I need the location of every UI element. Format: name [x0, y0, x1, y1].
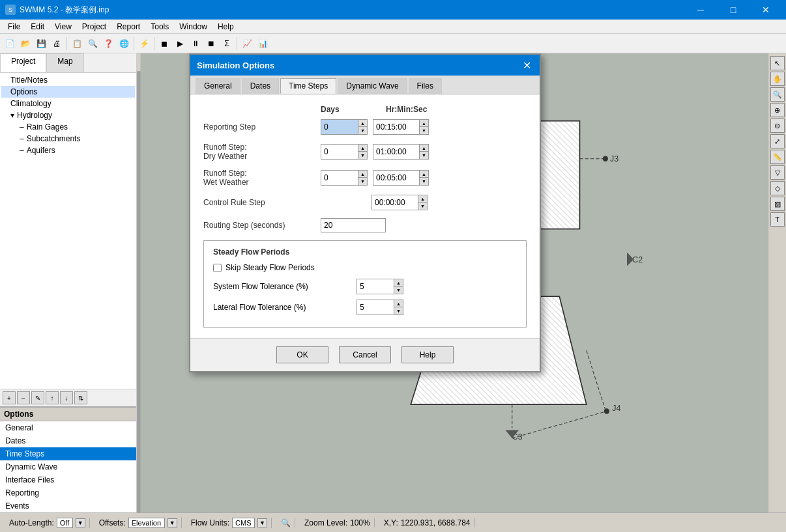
- auto-length-dropdown-btn[interactable]: ▼: [76, 518, 85, 527]
- flow-units-dropdown-btn[interactable]: ▼: [257, 518, 267, 527]
- skip-steady-label[interactable]: Skip Steady Flow Periods: [226, 263, 315, 272]
- reporting-days-input[interactable]: [321, 120, 358, 134]
- tool-triangle[interactable]: ▽: [770, 165, 785, 180]
- toolbar-b7[interactable]: 📊: [255, 36, 270, 51]
- reporting-days-up[interactable]: ▲: [358, 120, 367, 127]
- runoff-wet-time-wrapper[interactable]: ▲ ▼: [373, 170, 429, 186]
- runoff-dry-time-input[interactable]: [373, 145, 419, 159]
- runoff-wet-time-up[interactable]: ▲: [419, 171, 428, 178]
- help-button[interactable]: Help: [401, 346, 454, 363]
- reporting-days-spinner[interactable]: ▲ ▼: [321, 119, 368, 135]
- small-remove-btn[interactable]: −: [17, 391, 30, 404]
- toolbar-b5[interactable]: Σ: [220, 36, 234, 51]
- toolbar-open[interactable]: 📂: [18, 36, 33, 51]
- tab-files[interactable]: Files: [409, 78, 442, 94]
- flow-units-select[interactable]: CMS CFS: [232, 518, 255, 528]
- runoff-dry-days-down[interactable]: ▼: [358, 152, 367, 159]
- lateral-flow-up[interactable]: ▲: [394, 300, 403, 307]
- toolbar-b1[interactable]: ◼: [157, 36, 171, 51]
- control-rule-time-input[interactable]: [372, 195, 418, 210]
- tab-project[interactable]: Project: [0, 53, 46, 72]
- tab-time-steps[interactable]: Time Steps: [280, 78, 336, 94]
- toolbar-run[interactable]: ⚡: [137, 36, 151, 51]
- tool-zoom-in2[interactable]: ⊕: [770, 103, 785, 117]
- runoff-wet-days-down[interactable]: ▼: [358, 178, 367, 185]
- option-reporting[interactable]: Reporting: [0, 486, 136, 499]
- option-interface-files[interactable]: Interface Files: [0, 473, 136, 486]
- system-flow-spinner[interactable]: ▲ ▼: [357, 279, 403, 294]
- tree-title-notes[interactable]: Title/Notes: [1, 74, 135, 86]
- offsets-select[interactable]: Elevation Depth: [128, 518, 165, 528]
- tree-options[interactable]: Options: [1, 86, 135, 98]
- control-rule-time-wrapper[interactable]: ▲ ▼: [371, 195, 428, 210]
- toolbar-b2[interactable]: ▶: [173, 36, 187, 51]
- runoff-dry-time-wrapper[interactable]: ▲ ▼: [373, 144, 429, 160]
- minimize-button[interactable]: ─: [686, 0, 716, 20]
- reporting-time-down[interactable]: ▼: [419, 127, 428, 134]
- tool-full-extent[interactable]: ⤢: [770, 134, 785, 148]
- toolbar-help[interactable]: ❓: [101, 36, 115, 51]
- runoff-dry-time-up[interactable]: ▲: [419, 145, 428, 152]
- system-flow-input[interactable]: [357, 279, 394, 294]
- ok-button[interactable]: OK: [276, 346, 328, 363]
- reporting-days-down[interactable]: ▼: [358, 127, 367, 134]
- toolbar-print[interactable]: 🖨: [50, 36, 64, 51]
- option-time-steps[interactable]: Time Steps: [0, 447, 136, 460]
- routing-step-input[interactable]: [321, 218, 386, 232]
- app-close-button[interactable]: ✕: [751, 0, 781, 20]
- toolbar-globe[interactable]: 🌐: [117, 36, 131, 51]
- menu-help[interactable]: Help: [212, 21, 239, 33]
- control-rule-time-down[interactable]: ▼: [418, 203, 427, 210]
- runoff-dry-time-down[interactable]: ▼: [419, 152, 428, 159]
- tree-climatology[interactable]: Climatology: [1, 98, 135, 109]
- toolbar-find[interactable]: 🔍: [85, 36, 100, 51]
- runoff-dry-days-spinner[interactable]: ▲ ▼: [321, 144, 368, 160]
- maximize-button[interactable]: □: [718, 0, 748, 20]
- auto-length-select[interactable]: Off On: [57, 518, 73, 528]
- menu-edit[interactable]: Edit: [25, 21, 50, 33]
- tool-pan[interactable]: ✋: [770, 72, 785, 86]
- reporting-time-up[interactable]: ▲: [419, 120, 428, 127]
- offsets-dropdown-btn[interactable]: ▼: [167, 518, 177, 527]
- tool-diamond[interactable]: ◇: [770, 181, 785, 195]
- tool-measure[interactable]: 📏: [770, 150, 785, 164]
- tool-zoom-in[interactable]: 🔍: [770, 87, 785, 102]
- tab-map[interactable]: Map: [46, 53, 83, 72]
- tree-subcatchments[interactable]: – Subcatchments: [1, 133, 135, 145]
- runoff-wet-days-spinner[interactable]: ▲ ▼: [321, 170, 368, 186]
- lateral-flow-down[interactable]: ▼: [394, 307, 403, 315]
- control-rule-time-up[interactable]: ▲: [418, 195, 427, 203]
- lateral-flow-spinner[interactable]: ▲ ▼: [357, 300, 403, 315]
- runoff-dry-days-input[interactable]: [321, 145, 358, 159]
- toolbar-save[interactable]: 💾: [34, 36, 48, 51]
- small-add-btn[interactable]: +: [3, 391, 16, 404]
- lateral-flow-input[interactable]: [357, 300, 394, 315]
- tab-general[interactable]: General: [196, 78, 240, 94]
- tab-dates[interactable]: Dates: [242, 78, 279, 94]
- reporting-time-input[interactable]: [373, 120, 419, 134]
- system-flow-down[interactable]: ▼: [394, 287, 403, 294]
- toolbar-b6[interactable]: 📈: [240, 36, 254, 51]
- dialog-close-button[interactable]: ✕: [520, 59, 533, 72]
- tree-rain-gages[interactable]: – Rain Gages: [1, 121, 135, 133]
- small-down-btn[interactable]: ↓: [60, 391, 73, 404]
- menu-view[interactable]: View: [50, 21, 77, 33]
- skip-steady-checkbox[interactable]: [213, 264, 222, 272]
- option-dynamic-wave[interactable]: Dynamic Wave: [0, 460, 136, 473]
- menu-file[interactable]: File: [3, 21, 25, 33]
- menu-tools[interactable]: Tools: [145, 21, 174, 33]
- small-edit-btn[interactable]: ✎: [31, 391, 44, 404]
- toolbar-new[interactable]: 📄: [3, 36, 17, 51]
- cancel-button[interactable]: Cancel: [339, 346, 391, 363]
- tool-letter[interactable]: T: [770, 212, 785, 227]
- option-events[interactable]: Events: [0, 499, 136, 512]
- tree-aquifers[interactable]: – Aquifers: [1, 145, 135, 156]
- reporting-time-wrapper[interactable]: ▲ ▼: [373, 119, 429, 135]
- small-up-btn[interactable]: ↑: [46, 391, 59, 404]
- toolbar-copy[interactable]: 📋: [70, 36, 84, 51]
- runoff-wet-days-up[interactable]: ▲: [358, 171, 367, 178]
- toolbar-b4[interactable]: ⏹: [204, 36, 218, 51]
- option-dates[interactable]: Dates: [0, 434, 136, 447]
- tool-zoom-out[interactable]: ⊖: [770, 119, 785, 133]
- menu-project[interactable]: Project: [77, 21, 111, 33]
